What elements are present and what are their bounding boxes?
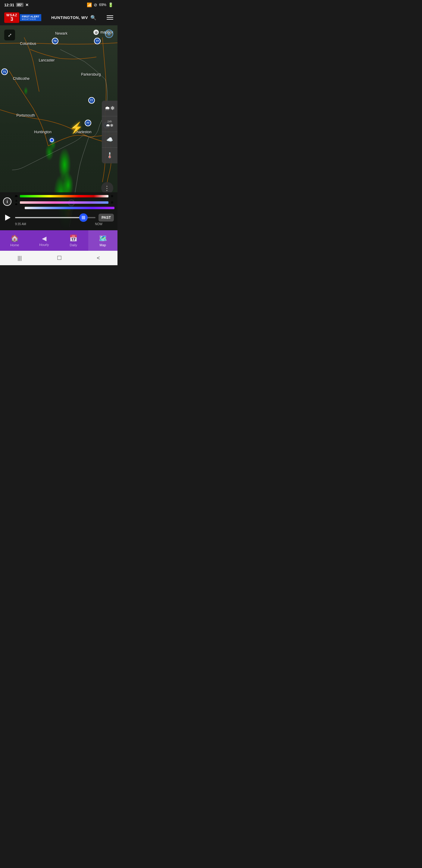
wifi-icon: 📶: [87, 2, 92, 7]
first-alert-text: FIRST ALERT WEATHER: [22, 15, 39, 20]
thermometer-icon: 🌡️: [106, 152, 113, 158]
first-alert-box: FIRST ALERT WEATHER: [20, 14, 41, 21]
daily-nav-icon: 📅: [69, 235, 77, 242]
mapbox-logo: ◎: [93, 30, 99, 35]
map-nav-label: Map: [100, 243, 106, 247]
progress-track[interactable]: [15, 217, 96, 218]
legend-row-snow: ❄🌧 ❄: [14, 199, 115, 206]
mixed-icon: ❄🌧: [14, 199, 19, 206]
24h-label: 24h: [107, 120, 112, 123]
recents-button[interactable]: |||: [18, 255, 22, 261]
hourly-nav-icon: ◀: [42, 235, 46, 242]
progress-fill: [15, 217, 84, 218]
mix-gradient: [25, 207, 115, 209]
back-button[interactable]: <: [97, 255, 100, 261]
cloud-layer-button[interactable]: ☁️: [102, 132, 118, 148]
battery-percent: 69%: [99, 3, 106, 7]
header-location[interactable]: HUNTINGTON, WV 🔍: [51, 15, 96, 21]
location-target-button[interactable]: ⊕: [105, 30, 113, 38]
status-bar: 12:31 85° ✕ 📶 ⊘ 69% 🔋: [0, 0, 118, 10]
rain-snow-icon: 🌧❄: [105, 105, 115, 112]
interstate-77-mid: 77: [88, 97, 95, 104]
legend-scales: 🌧 ❄ ❄🌧 ❄: [14, 194, 115, 209]
bottom-navigation: 🏠 Home ◀ Hourly 📅 Daily 🗺️ Map: [0, 230, 118, 251]
daily-nav-label: Daily: [70, 243, 77, 247]
app-header: WSAZ 3 FIRST ALERT WEATHER HUNTINGTON, W…: [0, 10, 118, 25]
more-dots-icon: ⋮: [104, 184, 110, 192]
app-logo: WSAZ 3 FIRST ALERT WEATHER: [4, 12, 41, 23]
hourly-nav-label: Hourly: [39, 243, 49, 247]
interstate-71: 71: [1, 68, 8, 75]
24h-layer-button[interactable]: 24h 🌧❄: [102, 116, 118, 132]
map-nav-icon: 🗺️: [99, 235, 107, 242]
home-nav-icon: 🏠: [10, 235, 19, 242]
lightning-icon: ⚡: [70, 121, 83, 134]
rain-gradient: [20, 195, 108, 197]
playback-timestamps: 9:35 AM NOW: [4, 222, 114, 226]
search-icon[interactable]: 🔍: [90, 15, 97, 21]
city-lancaster: Lancaster: [39, 58, 55, 62]
interstate-77-south: 77: [85, 120, 91, 126]
expand-icon: ⤢: [8, 32, 12, 38]
legend-bar: i 🌧 ❄ ❄🌧 ❄: [0, 192, 118, 211]
city-chillicothe: Chillicothe: [13, 76, 30, 81]
channel-number: 3: [10, 17, 13, 22]
rain-legend-icon: 🌧: [14, 194, 19, 198]
time-display: 12:31: [4, 3, 14, 7]
progress-thumb[interactable]: [79, 213, 88, 222]
city-parkersburg: Parkersburg: [81, 72, 101, 76]
start-time: 9:35 AM: [15, 222, 26, 226]
city-huntington: Huntington: [34, 130, 52, 134]
interstate-70: 70: [52, 38, 59, 44]
snow-gradient: [20, 201, 108, 204]
temperature-layer-button[interactable]: 🌡️: [102, 148, 118, 163]
interstate-77-north: 77: [94, 38, 101, 44]
map-layer-panel: 🌧❄ 24h 🌧❄ ☁️ 🌡️: [102, 101, 118, 163]
header-right: [107, 16, 113, 20]
precipitation-layer-button[interactable]: 🌧❄: [102, 101, 118, 116]
playback-controls: PAST: [4, 213, 114, 222]
play-button[interactable]: [4, 213, 12, 222]
nav-map[interactable]: 🗺️ Map: [88, 230, 118, 251]
cloud-icon: ☁️: [106, 136, 113, 143]
status-left: 12:31 85° ✕: [4, 3, 29, 7]
temperature-display: 85°: [16, 3, 24, 7]
status-right: 📶 ⊘ 69% 🔋: [87, 2, 113, 7]
current-location-dot: [50, 138, 54, 142]
home-nav-label: Home: [10, 243, 19, 247]
24h-icon: 🌧❄: [106, 123, 113, 128]
snow-icon: ❄: [110, 200, 115, 205]
nav-hourly[interactable]: ◀ Hourly: [30, 230, 59, 251]
target-icon: ⊕: [107, 31, 111, 36]
system-nav-bar: ||| ☐ <: [0, 251, 118, 265]
logo-box: WSAZ 3: [4, 12, 19, 23]
dnd-icon: ⊘: [94, 2, 97, 7]
map-background: ⤢ ◎ mapbox ⊕ Newark Columbus Lancaster C…: [0, 25, 118, 230]
thumb-lines-icon: [82, 216, 85, 219]
close-icon: ✕: [25, 3, 29, 7]
playback-bar: PAST 9:35 AM NOW: [0, 211, 118, 230]
map-container[interactable]: ⤢ ◎ mapbox ⊕ Newark Columbus Lancaster C…: [0, 25, 118, 230]
city-newark: Newark: [55, 31, 67, 36]
now-label: NOW: [95, 222, 102, 226]
nav-home[interactable]: 🏠 Home: [0, 230, 30, 251]
battery-icon: 🔋: [108, 2, 113, 7]
city-columbus: Columbus: [20, 41, 36, 46]
play-triangle-icon: [5, 215, 10, 221]
info-button[interactable]: i: [3, 197, 11, 206]
legend-row-mix: [14, 207, 115, 209]
snow-flake-icon: ❄: [110, 194, 115, 198]
legend-row-rain: 🌧 ❄: [14, 194, 115, 198]
home-system-button[interactable]: ☐: [57, 255, 62, 261]
wsaz-text: WSAZ: [6, 13, 17, 17]
city-portsmouth: Portsmouth: [17, 113, 35, 118]
expand-map-button[interactable]: ⤢: [4, 30, 15, 40]
nav-daily[interactable]: 📅 Daily: [59, 230, 88, 251]
past-button[interactable]: PAST: [98, 214, 114, 221]
menu-button[interactable]: [107, 16, 113, 20]
